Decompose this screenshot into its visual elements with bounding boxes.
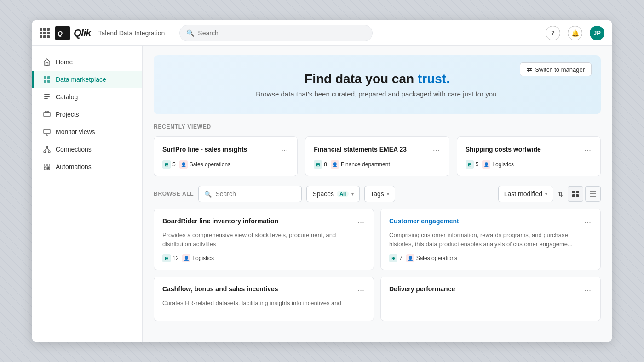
qlik-logo-svg: Q <box>55 26 70 40</box>
browse-all-section: BROWSE ALL 🔍 Spaces All ▾ Tags ▾ <box>143 176 612 321</box>
recent-card-2[interactable]: Shipping costs worlwide ··· ⊞5 👤Logistic… <box>457 136 601 176</box>
sidebar-item-data-marketplace[interactable]: Data marketplace <box>32 71 142 88</box>
sidebar: Home Data marketplace Catalog Projects <box>32 46 143 342</box>
svg-point-16 <box>46 146 48 148</box>
browse-card-title-2: Cashflow, bonus and sales incentives <box>162 285 353 293</box>
sidebar-item-automations[interactable]: Automations <box>32 158 142 175</box>
browse-all-label: BROWSE ALL <box>154 191 194 197</box>
browse-card-title-0: BoardRider line inventory information <box>162 217 353 225</box>
swap-icon: ⇄ <box>527 66 532 73</box>
svg-rect-23 <box>44 167 46 170</box>
recent-card-1[interactable]: Financial statements EMEA 23 ··· ⊞8 👤Fin… <box>305 136 449 176</box>
svg-rect-3 <box>44 76 46 79</box>
browse-card-menu-2[interactable]: ··· <box>356 285 365 295</box>
team-icon: 👤 <box>482 160 490 169</box>
sort-button[interactable]: Last modified ▾ <box>498 186 553 202</box>
svg-rect-5 <box>44 80 46 83</box>
global-search-input[interactable] <box>198 29 366 37</box>
switch-to-manager-button[interactable]: ⇄ Switch to manager <box>520 62 592 76</box>
connections-icon <box>43 145 51 153</box>
help-icon-button[interactable]: ? <box>546 26 560 40</box>
card-menu-icon-0[interactable]: ··· <box>280 145 289 155</box>
browse-card-menu-3[interactable]: ··· <box>583 285 592 295</box>
sidebar-item-projects[interactable]: Projects <box>32 106 142 123</box>
svg-point-17 <box>44 151 46 153</box>
svg-rect-21 <box>44 164 46 166</box>
sidebar-item-monitor-views[interactable]: Monitor views <box>32 123 142 141</box>
home-icon <box>43 58 51 66</box>
sort-chevron-icon: ▾ <box>545 192 547 197</box>
svg-rect-2 <box>46 62 48 65</box>
dataset-icon: ⊞ <box>162 160 171 169</box>
svg-rect-9 <box>44 98 48 99</box>
sidebar-data-marketplace-label: Data marketplace <box>56 76 106 83</box>
grid-menu-icon[interactable] <box>40 28 50 38</box>
user-avatar[interactable]: JP <box>590 26 604 40</box>
team-icon: 👤 <box>331 160 339 169</box>
browse-card-menu-1[interactable]: ··· <box>583 217 592 227</box>
sidebar-projects-label: Projects <box>56 111 79 118</box>
tags-chevron-icon: ▾ <box>387 192 389 197</box>
card-menu-icon-2[interactable]: ··· <box>583 145 592 155</box>
browse-search-input[interactable] <box>215 190 296 198</box>
list-view-button[interactable] <box>585 186 601 202</box>
monitor-views-icon <box>43 128 51 136</box>
sidebar-item-home[interactable]: Home <box>32 53 142 71</box>
svg-rect-31 <box>590 196 596 197</box>
recent-card-0[interactable]: SurfPro line - sales insights ··· ⊞5 👤Sa… <box>154 136 298 176</box>
browse-search-box[interactable]: 🔍 <box>198 186 302 202</box>
tags-filter-button[interactable]: Tags ▾ <box>364 186 395 202</box>
sidebar-catalog-label: Catalog <box>56 93 78 101</box>
recently-viewed-label: RECENTLY VIEWED <box>154 124 601 130</box>
sidebar-connections-label: Connections <box>56 146 92 153</box>
hero-banner: ⇄ Switch to manager Find data you can tr… <box>154 55 601 114</box>
bell-icon: 🔔 <box>571 29 579 37</box>
grid-view-button[interactable] <box>568 186 583 202</box>
dataset-icon: ⊞ <box>314 160 322 169</box>
browse-search-icon: 🔍 <box>204 191 212 198</box>
recent-card-title-1: Financial statements EMEA 23 <box>314 145 428 153</box>
global-search-box[interactable]: 🔍 <box>179 25 373 41</box>
browse-card-1[interactable]: Customer engagement ··· Comprising custo… <box>380 209 601 270</box>
svg-rect-25 <box>572 191 575 193</box>
dataset-icon: ⊞ <box>466 160 474 169</box>
browse-card-desc-2: Curates HR-related datasets, facilitatin… <box>162 299 365 308</box>
topbar-right-actions: ? 🔔 JP <box>546 26 604 40</box>
browse-card-menu-0[interactable]: ··· <box>356 217 365 227</box>
sidebar-item-connections[interactable]: Connections <box>32 141 142 158</box>
recently-viewed-section: RECENTLY VIEWED SurfPro line - sales ins… <box>143 114 612 176</box>
svg-rect-6 <box>47 80 50 83</box>
sidebar-item-catalog[interactable]: Catalog <box>32 88 142 106</box>
svg-rect-28 <box>576 194 579 197</box>
hero-subtitle: Browse data that's been curated, prepare… <box>172 90 582 98</box>
recently-viewed-cards: SurfPro line - sales insights ··· ⊞5 👤Sa… <box>154 136 601 176</box>
team-icon: 👤 <box>179 160 188 169</box>
svg-line-20 <box>47 148 49 151</box>
svg-point-18 <box>48 151 50 153</box>
notifications-icon-button[interactable]: 🔔 <box>568 26 582 40</box>
topbar: Q Qlik Talend Data Integration 🔍 ? 🔔 JP <box>32 20 612 46</box>
team-icon: 👤 <box>182 254 190 262</box>
spaces-filter-button[interactable]: Spaces All ▾ <box>306 186 360 202</box>
browse-card-3[interactable]: Delivery performance ··· <box>380 277 601 321</box>
svg-rect-4 <box>47 76 50 79</box>
card-menu-icon-1[interactable]: ··· <box>432 145 441 155</box>
browse-card-2[interactable]: Cashflow, bonus and sales incentives ···… <box>154 277 374 321</box>
browse-card-0[interactable]: BoardRider line inventory information ··… <box>154 209 374 270</box>
svg-rect-13 <box>44 129 50 134</box>
browse-card-desc-0: Provides a comprehensive view of stock l… <box>162 231 365 249</box>
dataset-icon: ⊞ <box>389 254 397 262</box>
browse-card-title-1: Customer engagement <box>389 217 580 225</box>
dataset-icon: ⊞ <box>162 254 171 262</box>
sidebar-monitor-views-label: Monitor views <box>56 128 95 136</box>
svg-rect-27 <box>572 194 575 197</box>
svg-rect-22 <box>47 164 50 166</box>
spaces-chevron-icon: ▾ <box>351 192 354 197</box>
logo[interactable]: Q Qlik <box>55 26 91 40</box>
body-area: Home Data marketplace Catalog Projects <box>32 46 612 342</box>
catalog-icon <box>43 93 51 101</box>
svg-rect-29 <box>590 191 596 192</box>
sidebar-automations-label: Automations <box>56 163 92 170</box>
sort-order-icon[interactable]: ⇅ <box>558 191 563 198</box>
recent-card-title-0: SurfPro line - sales insights <box>162 145 276 153</box>
